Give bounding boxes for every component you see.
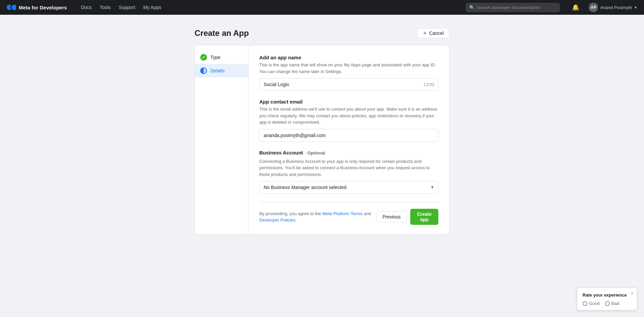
close-icon: ✕ bbox=[423, 30, 427, 36]
sidebar-item-details[interactable]: Details bbox=[195, 64, 248, 77]
nav-tools[interactable]: Tools bbox=[96, 3, 114, 11]
business-account-select[interactable]: No Business Manager account selected bbox=[259, 181, 438, 194]
create-app-button[interactable]: Create app bbox=[410, 209, 438, 225]
form-panel: Add an app name This is the app name tha… bbox=[249, 45, 449, 234]
email-desc: This is the email address we'll use to c… bbox=[259, 106, 438, 126]
app-name-desc: This is the app name that will show on y… bbox=[259, 62, 438, 75]
business-desc: Connecting a Business Account to your ap… bbox=[259, 158, 438, 178]
user-name: Anand Posimyth bbox=[600, 5, 632, 10]
meta-platform-terms-link[interactable]: Meta Platform Terms bbox=[322, 211, 363, 216]
app-name-section: Add an app name This is the app name tha… bbox=[259, 55, 438, 91]
optional-label: · Optional bbox=[305, 150, 325, 155]
chevron-down-icon: ▼ bbox=[634, 6, 637, 9]
nav-docs[interactable]: Docs bbox=[77, 3, 95, 11]
rate-bad-label: Bad bbox=[611, 301, 619, 306]
page-title: Create an App bbox=[195, 28, 249, 38]
email-section: App contact email This is the email addr… bbox=[259, 99, 438, 142]
search-icon: 🔍 bbox=[469, 5, 475, 10]
app-name-input[interactable] bbox=[259, 78, 438, 91]
sidebar-item-type[interactable]: Type bbox=[195, 51, 248, 64]
footer-agreement-text: By proceeding, you agree to the Meta Pla… bbox=[259, 210, 376, 224]
rate-good-option[interactable]: Good bbox=[583, 301, 600, 306]
rate-experience-title: Rate your experience bbox=[583, 293, 632, 298]
email-input[interactable] bbox=[259, 129, 438, 142]
user-menu[interactable]: AP Anand Posimyth ▼ bbox=[589, 3, 637, 12]
rate-good-radio[interactable] bbox=[583, 301, 587, 306]
wizard-sidebar: Type Details bbox=[195, 45, 249, 234]
nav-support[interactable]: Support bbox=[115, 3, 139, 11]
business-title: Business Account bbox=[259, 150, 303, 155]
rate-bad-option[interactable]: Bad bbox=[605, 301, 619, 306]
avatar: AP bbox=[589, 3, 598, 12]
nav-my-apps[interactable]: My Apps bbox=[140, 3, 165, 11]
details-active-icon bbox=[200, 67, 207, 74]
business-section: Business Account · Optional Connecting a… bbox=[259, 150, 438, 194]
cancel-button[interactable]: ✕ Cancel bbox=[417, 28, 449, 38]
rate-experience-widget: × Rate your experience Good Bad bbox=[577, 288, 637, 310]
email-title: App contact email bbox=[259, 99, 438, 105]
developer-policies-link[interactable]: Developer Policies. bbox=[259, 217, 297, 223]
previous-button[interactable]: Previous bbox=[376, 211, 407, 223]
rate-bad-radio[interactable] bbox=[605, 301, 610, 306]
form-footer: By proceeding, you agree to the Meta Pla… bbox=[259, 202, 438, 225]
sidebar-type-label: Type bbox=[210, 55, 220, 60]
char-count: 12/30 bbox=[423, 82, 434, 87]
type-complete-icon bbox=[200, 54, 207, 61]
app-name-title: Add an app name bbox=[259, 55, 438, 60]
search-input[interactable] bbox=[466, 3, 560, 12]
brand-logo[interactable]: Meta for Developers bbox=[7, 5, 67, 10]
rate-good-label: Good bbox=[589, 301, 600, 306]
rate-widget-close-button[interactable]: × bbox=[631, 291, 634, 296]
bell-icon[interactable]: 🔔 bbox=[572, 4, 579, 11]
sidebar-details-label: Details bbox=[210, 68, 225, 73]
